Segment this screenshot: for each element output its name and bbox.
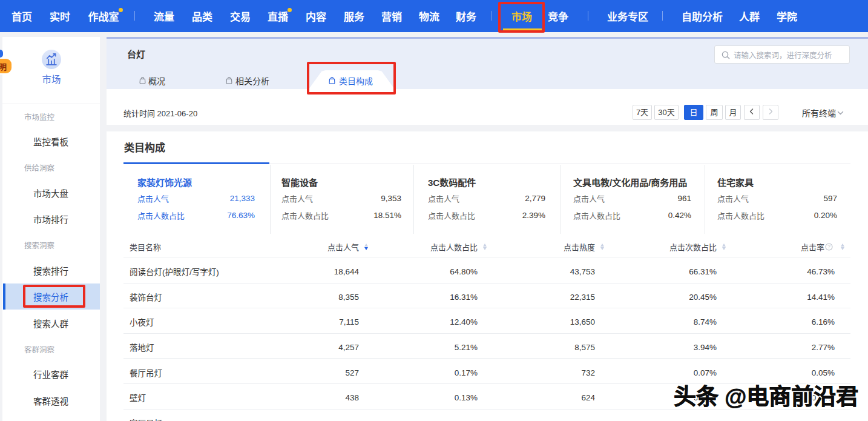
svg-text:?: ? — [827, 244, 830, 250]
